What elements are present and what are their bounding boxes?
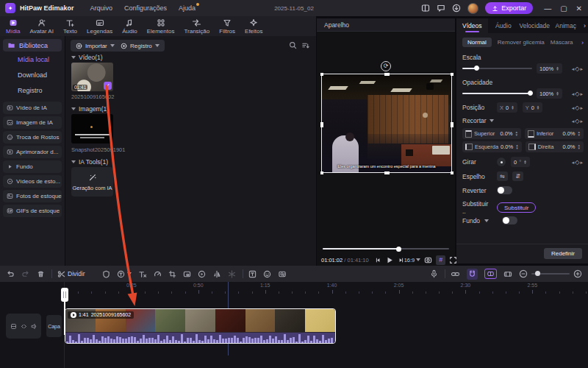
- stepper-arrows-icon[interactable]: ▲▼: [523, 160, 526, 165]
- crop-esquerda-stepper[interactable]: Esquerda0.0%▲▼: [462, 141, 522, 152]
- sidebar-item-gifs-estoque[interactable]: GIFs de estoque: [3, 205, 62, 217]
- reverse-toggle[interactable]: [497, 186, 512, 194]
- position-y-stepper[interactable]: Y0▲▼: [523, 102, 543, 113]
- section-video[interactable]: Vídeo(1): [71, 54, 103, 61]
- selection-handle[interactable]: [384, 73, 390, 76]
- preview-video-canvas[interactable]: Eles organizaram um encontro especial pa…: [321, 74, 452, 173]
- subtab-remover-glicemia[interactable]: Remover glicemia: [498, 39, 545, 46]
- background-toggle[interactable]: [502, 216, 517, 224]
- prev-frame-button[interactable]: [375, 257, 381, 263]
- chevron-right-icon[interactable]: ›: [581, 18, 588, 33]
- replace-button[interactable]: Substituir: [497, 202, 536, 213]
- rotate-stepper[interactable]: 0°▲▼: [511, 157, 530, 167]
- stepper-arrows-icon[interactable]: ▲▼: [578, 144, 581, 149]
- keyframe-control[interactable]: ◂◇▸: [572, 159, 584, 166]
- aspect-ratio-select[interactable]: 16:9: [404, 257, 421, 263]
- sidebar-item-video-ia[interactable]: Vídeo de IA: [3, 102, 62, 114]
- freeze-frame-button[interactable]: [228, 270, 236, 278]
- sidebar-item-biblioteca[interactable]: Biblioteca: [3, 39, 62, 52]
- import-button[interactable]: Importar: [71, 40, 120, 52]
- track-volume-icon[interactable]: [31, 323, 37, 330]
- flip-vertical-icon[interactable]: ⇵: [512, 171, 523, 181]
- selection-handle[interactable]: [451, 122, 453, 127]
- maximize-button[interactable]: ▢: [560, 4, 567, 13]
- zoom-slider-knob[interactable]: [535, 271, 540, 276]
- minimize-button[interactable]: —: [544, 4, 551, 13]
- layout-panels-icon[interactable]: [421, 4, 430, 13]
- crop-superior-stepper[interactable]: Superior0.0%▲▼: [462, 128, 521, 139]
- keyframe-control[interactable]: ◂◇▸: [572, 66, 584, 72]
- stepper-arrows-icon[interactable]: ▲▼: [556, 91, 559, 96]
- sort-list-icon[interactable]: [301, 41, 309, 49]
- playhead-handle[interactable]: [61, 288, 68, 302]
- reset-button[interactable]: Redefinir: [544, 248, 582, 259]
- sidebar-item-fotos-estoque[interactable]: Fotos de estoque: [3, 190, 62, 202]
- stepper-arrows-icon[interactable]: ▲▼: [515, 131, 518, 136]
- mask-button[interactable]: [102, 270, 110, 278]
- rotate-handle-icon[interactable]: ⟳: [381, 61, 391, 71]
- stepper-arrows-icon[interactable]: ▲▼: [511, 105, 514, 110]
- image-thumbnail[interactable]: [71, 114, 113, 144]
- stepper-arrows-icon[interactable]: ▲▼: [537, 105, 539, 110]
- subtab-mascara[interactable]: Máscara: [551, 39, 573, 46]
- timeline-ruler[interactable]: 0:250:501:151:402:052:302:55: [0, 282, 588, 294]
- speed-gauge-button[interactable]: [154, 270, 162, 278]
- zoom-out-button[interactable]: [519, 269, 528, 278]
- pip-button[interactable]: [183, 270, 191, 278]
- menu-arquivo[interactable]: Arquivo: [90, 4, 113, 12]
- keyframe-control[interactable]: ◂◇▸: [572, 118, 584, 124]
- text-recognition-button[interactable]: [248, 270, 257, 278]
- sidebar-item-fundo[interactable]: Fundo: [3, 160, 62, 173]
- keyframe-control[interactable]: ◂◇▸: [572, 105, 584, 111]
- tab-efeitos[interactable]: Efeitos: [245, 18, 262, 35]
- redo-button[interactable]: [21, 270, 30, 278]
- menu-configuracoes[interactable]: Configurações: [124, 4, 167, 12]
- split-button[interactable]: Dividir: [57, 270, 85, 278]
- delete-text-button[interactable]: [138, 270, 147, 278]
- link-clips-button[interactable]: [451, 270, 460, 278]
- selection-handle[interactable]: [451, 73, 453, 76]
- subtab-normal[interactable]: Normal: [462, 38, 492, 47]
- tab-elementos[interactable]: Elementos: [147, 18, 175, 35]
- mirror-clip-button[interactable]: [212, 270, 221, 278]
- close-button[interactable]: ✕: [576, 4, 582, 13]
- sidebar-item-midia-local[interactable]: Mídia local: [18, 56, 49, 63]
- flip-horizontal-icon[interactable]: ⇋: [497, 171, 508, 181]
- tab-audio[interactable]: Áudio: [488, 18, 520, 33]
- voiceover-mic-button[interactable]: [430, 269, 438, 278]
- tab-transicao[interactable]: Transição: [184, 18, 209, 35]
- chevron-down-icon[interactable]: [484, 219, 489, 222]
- scene-detect-button[interactable]: [278, 270, 287, 278]
- stepper-arrows-icon[interactable]: ▲▼: [578, 131, 581, 136]
- download-icon[interactable]: [452, 4, 461, 13]
- chevron-right-icon[interactable]: ›: [581, 39, 584, 46]
- section-imagem[interactable]: Imagem(1): [71, 105, 109, 113]
- feedback-icon[interactable]: [437, 4, 445, 13]
- scale-slider[interactable]: [462, 68, 532, 69]
- sidebar-item-imagem-ia[interactable]: Imagem de IA: [3, 116, 62, 129]
- selection-handle[interactable]: [451, 171, 453, 174]
- crop-direita-stepper[interactable]: Direita0.0%▲▼: [526, 141, 584, 152]
- record-button[interactable]: Registro: [115, 40, 165, 52]
- user-avatar[interactable]: [467, 3, 478, 14]
- undo-button[interactable]: [6, 270, 15, 278]
- sidebar-item-troca-rostos[interactable]: Troca de Rostos: [3, 131, 62, 144]
- sidebar-item-download[interactable]: Download: [18, 71, 47, 79]
- tab-audio[interactable]: Áudio: [122, 18, 137, 35]
- position-x-stepper[interactable]: X0▲▼: [497, 102, 517, 113]
- ai-generate-card[interactable]: Geração com IA: [71, 167, 113, 197]
- section-ia-tools[interactable]: IA Tools(1): [71, 158, 108, 166]
- tab-texto[interactable]: Texto: [63, 18, 77, 35]
- timeline-clip[interactable]: 1:41 20251009165602: [65, 308, 336, 344]
- tab-midia[interactable]: Mídia: [6, 18, 21, 35]
- add-text-button[interactable]: [117, 270, 132, 278]
- track-view-button[interactable]: [503, 270, 512, 278]
- opacity-slider[interactable]: [462, 93, 532, 94]
- play-button[interactable]: [386, 256, 393, 264]
- magnet-snap-button[interactable]: [467, 269, 478, 280]
- preview-progress-bar[interactable]: [323, 248, 449, 250]
- zoom-in-button[interactable]: [573, 269, 582, 278]
- tab-videos[interactable]: Vídeos: [456, 18, 488, 33]
- keyframe-control[interactable]: ◂◇▸: [572, 91, 584, 97]
- sidebar-item-aprimorador[interactable]: Aprimorador d...: [3, 146, 62, 158]
